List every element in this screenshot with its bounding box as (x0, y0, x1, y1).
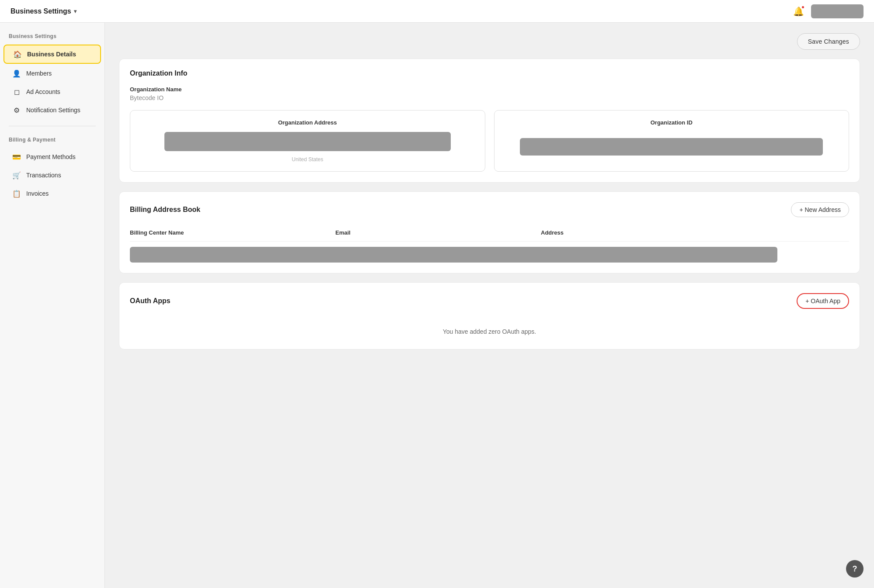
billing-address-card: Billing Address Book + New Address Billi… (119, 191, 860, 273)
add-oauth-app-button[interactable]: + OAuth App (797, 293, 849, 309)
oauth-empty-text: You have added zero OAuth apps. (130, 318, 849, 339)
org-boxes: Organization Address United States Organ… (130, 110, 849, 172)
sidebar-item-label: Payment Methods (26, 153, 76, 160)
save-changes-wrap: Save Changes (119, 33, 860, 50)
notification-bell[interactable]: 🔔 (793, 6, 804, 17)
org-id-redacted (520, 138, 823, 156)
sidebar-item-ad-accounts[interactable]: ◻ Ad Accounts (3, 83, 101, 100)
org-id-label: Organization ID (503, 119, 840, 126)
org-address-sub: United States (292, 156, 323, 163)
org-name-label: Organization Name (130, 86, 849, 93)
oauth-apps-header: OAuth Apps + OAuth App (130, 293, 849, 309)
sidebar-item-notification-settings[interactable]: ⚙ Notification Settings (3, 101, 101, 119)
sidebar-section-title: Business Settings (0, 33, 104, 44)
user-icon: 👤 (12, 69, 21, 78)
sidebar-item-label: Transactions (26, 172, 61, 179)
billing-table-header: Billing Center Name Email Address (130, 226, 849, 242)
sidebar-divider (9, 126, 96, 126)
topbar-right: 🔔 (793, 4, 864, 18)
sidebar-item-payment-methods[interactable]: 💳 Payment Methods (3, 148, 101, 166)
org-address-box: Organization Address United States (130, 110, 485, 172)
new-address-button[interactable]: + New Address (791, 202, 849, 217)
org-info-card: Organization Info Organization Name Byte… (119, 59, 860, 183)
org-name-value: Bytecode IO (130, 94, 849, 101)
sidebar-item-invoices[interactable]: 📋 Invoices (3, 185, 101, 202)
help-button[interactable]: ? (846, 560, 864, 578)
ad-accounts-icon: ◻ (12, 87, 21, 96)
col-billing-center-name: Billing Center Name (130, 229, 335, 236)
org-address-redacted (164, 132, 451, 151)
layout: Business Settings 🏠 Business Details 👤 M… (0, 23, 874, 588)
notification-dot (801, 5, 805, 9)
oauth-apps-title: OAuth Apps (130, 297, 171, 305)
billing-address-title: Billing Address Book (130, 206, 200, 214)
sidebar-item-members[interactable]: 👤 Members (3, 65, 101, 82)
sidebar-item-label: Business Details (27, 51, 76, 58)
gear-icon: ⚙ (12, 106, 21, 114)
save-changes-button[interactable]: Save Changes (797, 33, 860, 50)
sidebar-item-label: Invoices (26, 190, 49, 197)
sidebar-item-label: Ad Accounts (26, 88, 60, 95)
org-info-title: Organization Info (130, 69, 849, 77)
sidebar-item-business-details[interactable]: 🏠 Business Details (3, 45, 101, 64)
sidebar-item-label: Members (26, 70, 52, 77)
org-id-box: Organization ID (494, 110, 850, 172)
sidebar-item-label: Notification Settings (26, 107, 80, 114)
billing-table-row-redacted (130, 247, 777, 263)
billing-address-header: Billing Address Book + New Address (130, 202, 849, 217)
cart-icon: 🛒 (12, 171, 21, 180)
avatar (811, 4, 864, 18)
home-icon: 🏠 (13, 50, 22, 59)
oauth-apps-card: OAuth Apps + OAuth App You have added ze… (119, 282, 860, 349)
chevron-down-icon[interactable]: ▾ (74, 8, 77, 14)
col-address: Address (541, 229, 849, 236)
sidebar-item-transactions[interactable]: 🛒 Transactions (3, 166, 101, 184)
sidebar-billing-title: Billing & Payment (0, 133, 104, 147)
topbar-title-text: Business Settings (10, 7, 71, 15)
sidebar: Business Settings 🏠 Business Details 👤 M… (0, 23, 105, 588)
topbar-title: Business Settings ▾ (10, 7, 77, 15)
main-content: Save Changes Organization Info Organizat… (105, 23, 874, 588)
col-email: Email (335, 229, 541, 236)
payment-icon: 💳 (12, 152, 21, 161)
topbar: Business Settings ▾ 🔔 (0, 0, 874, 23)
question-icon: ? (853, 564, 857, 574)
org-address-label: Organization Address (139, 119, 476, 126)
invoice-icon: 📋 (12, 189, 21, 198)
